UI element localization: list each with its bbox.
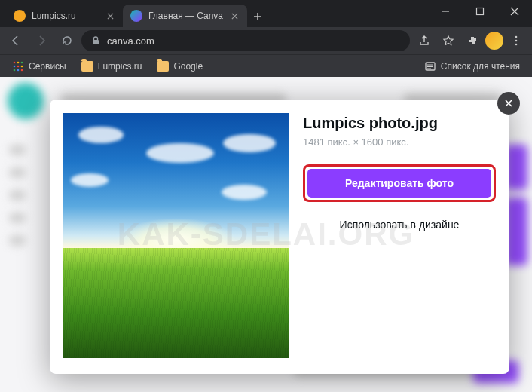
edit-photo-button[interactable]: Редактировать фото [307,169,491,198]
svg-point-11 [515,36,518,38]
profile-avatar[interactable] [485,32,503,50]
svg-point-19 [21,65,23,67]
reading-list-label: Список для чтения [441,61,520,72]
window-close-button[interactable] [497,0,532,23]
tab-title: Главная — Canva [148,11,223,21]
toolbar-actions [413,29,527,52]
back-button[interactable] [5,29,27,52]
menu-button[interactable] [505,29,527,52]
svg-rect-10 [93,40,99,44]
url-field[interactable]: canva.com [81,30,410,51]
forward-button[interactable] [30,29,53,52]
page-viewport: Lumpics photo.jpg 1481 пикс. × 1600 пикс… [0,77,532,392]
svg-point-14 [14,61,16,63]
reload-button[interactable] [56,29,78,52]
svg-point-12 [515,40,518,42]
upload-modal: Lumpics photo.jpg 1481 пикс. × 1600 пикс… [50,100,509,374]
folder-icon [81,61,93,72]
apps-icon [12,60,24,72]
svg-rect-1 [477,8,484,15]
apps-button[interactable]: Сервисы [6,57,72,75]
image-preview [63,113,289,358]
file-dimensions: 1481 пикс. × 1600 пикс. [303,136,496,148]
use-in-design-button[interactable]: Использовать в дизайне [303,213,496,237]
reading-list-icon [424,60,436,72]
close-icon[interactable] [105,11,115,21]
svg-point-22 [21,69,23,71]
bookmark-label: Lumpics.ru [98,61,142,72]
address-bar: canva.com [0,27,532,54]
svg-point-15 [17,61,20,63]
window-controls [428,0,532,23]
svg-point-21 [17,69,20,71]
svg-point-16 [21,61,23,63]
svg-point-17 [14,65,16,67]
bookmarks-bar: Сервисы Lumpics.ru Google Список для чте… [0,54,532,77]
file-details: Lumpics photo.jpg 1481 пикс. × 1600 пикс… [303,113,496,360]
svg-point-18 [17,65,20,67]
bookmark-folder-lumpics[interactable]: Lumpics.ru [75,58,148,75]
modal-close-button[interactable] [497,92,520,115]
tab-title: Lumpics.ru [32,11,99,21]
bookmark-star-button[interactable] [437,29,460,52]
highlight-frame: Редактировать фото [303,164,496,202]
lock-icon [90,35,101,46]
svg-point-20 [14,69,16,71]
window-minimize-button[interactable] [428,0,463,23]
folder-icon [157,61,169,72]
file-name: Lumpics photo.jpg [303,115,496,132]
url-text: canva.com [107,35,154,47]
reading-list-button[interactable]: Список для чтения [418,57,526,75]
bookmark-label: Google [173,61,203,72]
apps-label: Сервисы [29,61,66,72]
bookmark-folder-google[interactable]: Google [151,58,209,75]
new-tab-button[interactable] [247,6,268,27]
extensions-button[interactable] [461,29,484,52]
svg-point-13 [515,44,518,46]
favicon-icon [130,10,142,22]
favicon-icon [14,10,26,22]
window-maximize-button[interactable] [463,0,497,23]
tab-lumpics[interactable]: Lumpics.ru [6,5,123,27]
tab-canva[interactable]: Главная — Canva [123,5,247,27]
share-button[interactable] [413,29,436,52]
close-icon[interactable] [229,11,240,21]
